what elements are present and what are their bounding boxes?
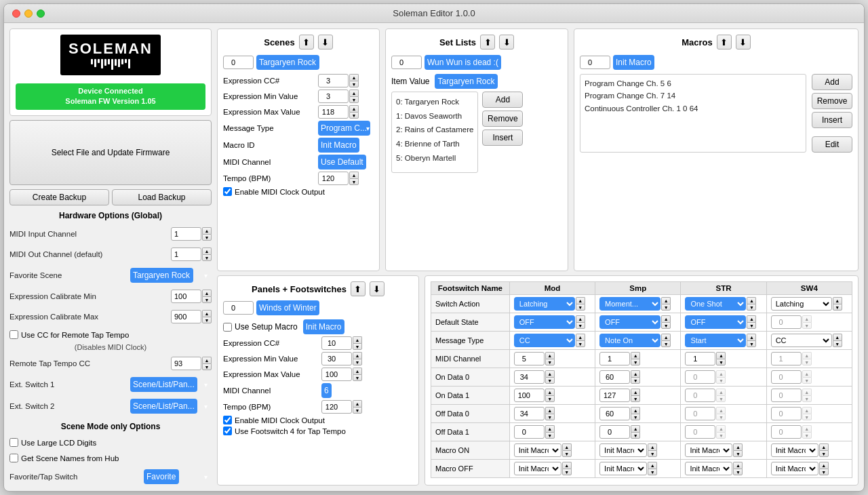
expression-calibrate-min-input[interactable] [171,290,201,303]
pf-export-icon[interactable]: ⬇ [370,281,384,296]
remote-tap-tempo-input[interactable] [171,357,201,370]
create-backup-button[interactable]: Create Backup [9,189,109,205]
setlist-insert-button[interactable]: Insert [482,130,523,146]
midi-input-channel-spinner[interactable]: ▲ ▼ [202,227,212,241]
ext-switch-1-select[interactable]: Scene/List/Pan... [130,377,197,392]
midi-out-channel-spinner[interactable]: ▲ ▼ [202,248,212,261]
smp-macro-off-select[interactable]: Init Macro [599,462,647,475]
pf-expression-min-input[interactable] [321,352,352,365]
mod-off-data1-input[interactable] [514,425,545,439]
midi-out-channel-control[interactable]: ▲ ▼ [171,248,212,261]
scenes-import-icon[interactable]: ⬆ [299,35,314,50]
scene-enable-midi-clock-checkbox[interactable] [223,187,232,196]
str-switch-action-select[interactable]: One Shot [685,297,746,311]
maximize-button[interactable] [37,9,45,18]
select-firmware-button[interactable]: Select File and Update Firmware [9,120,212,185]
mod-message-type-select[interactable]: CC [514,334,575,347]
scenes-export-icon[interactable]: ⬇ [318,35,333,50]
use-setup-macro-checkbox[interactable] [223,323,232,332]
smp-midi-channel-input[interactable] [599,352,630,365]
macros-number-input[interactable] [580,56,610,69]
str-midi-channel-input[interactable] [685,352,715,365]
scene-tempo-input[interactable] [318,172,349,185]
expression-calibrate-max-input[interactable] [171,310,201,323]
macros-remove-button[interactable]: Remove [812,93,852,109]
midi-out-channel-up[interactable]: ▲ [202,248,212,254]
midi-input-channel-up[interactable]: ▲ [202,227,212,234]
macros-name-select[interactable]: Init Macro [613,55,654,70]
sw4-message-type-select[interactable]: CC [771,334,832,347]
str-macro-on-select[interactable]: Init Macro [685,443,732,457]
pf-expression-max-input[interactable] [321,368,352,381]
setlists-import-icon[interactable]: ⬆ [480,35,495,50]
pf-number-input[interactable] [223,301,254,315]
setlists-number-input[interactable] [391,56,422,69]
favorite-scene-select[interactable]: Targaryen Rock [130,268,193,283]
traffic-lights[interactable] [12,9,45,18]
scenes-number-input[interactable] [223,56,254,69]
pf-import-icon[interactable]: ⬆ [351,281,366,296]
mod-default-state-select[interactable]: OFF [514,315,575,329]
pf-use-footswitch-4-checkbox[interactable] [223,427,232,435]
mod-on-data1-input[interactable] [514,389,545,402]
expression-calibrate-max-control[interactable]: ▲ ▼ [171,310,212,323]
remote-tap-tempo-control[interactable]: ▲ ▼ [171,357,212,370]
macros-add-button[interactable]: Add [812,74,852,90]
pf-midi-channel-select[interactable]: 6 [321,383,332,398]
favorite-scene-dropdown-wrap[interactable]: Targaryen Rock [130,268,212,283]
load-backup-button[interactable]: Load Backup [112,189,212,205]
macros-insert-button[interactable]: Insert [812,112,852,128]
pf-name-select[interactable]: Winds of Winter [256,300,319,315]
smp-default-state-select[interactable]: OFF [599,315,660,329]
sw4-macro-on-select[interactable]: Init Macro [771,443,818,457]
smp-off-data0-input[interactable] [599,407,630,420]
str-macro-off-select[interactable]: Init Macro [685,462,732,475]
scene-midi-channel-select[interactable]: Use Default [318,155,366,170]
ext-switch-2-select[interactable]: Scene/List/Pan... [130,399,197,414]
macros-export-icon[interactable]: ⬇ [736,35,751,50]
sw4-switch-action-select[interactable]: Latching [771,297,832,311]
favorite-tap-switch-select[interactable]: Favorite [144,469,179,484]
scene-expression-min-input[interactable] [318,90,349,103]
scene-message-type-select[interactable]: Program C... [318,121,370,136]
pf-expression-cc-input[interactable] [321,336,352,350]
exp-cal-max-down[interactable]: ▼ [202,317,212,323]
item-value-select[interactable]: Targaryen Rock [435,74,498,89]
mod-off-data0-input[interactable] [514,407,545,420]
exp-cal-min-down[interactable]: ▼ [202,296,212,303]
use-cc-tap-tempo-checkbox[interactable] [9,330,18,339]
str-default-state-select[interactable]: OFF [685,315,746,329]
mod-midi-channel-input[interactable] [514,352,545,365]
str-message-type-select[interactable]: Start [685,334,746,347]
midi-out-channel-down[interactable]: ▼ [202,254,212,261]
smp-macro-on-select[interactable]: Init Macro [599,443,647,457]
exp-cal-max-up[interactable]: ▲ [202,310,212,317]
midi-out-channel-input[interactable] [171,248,201,261]
midi-input-channel-input[interactable] [171,227,201,241]
scenes-name-select[interactable]: Targaryen Rock [256,55,319,70]
exp-cal-min-up[interactable]: ▲ [202,290,212,296]
smp-switch-action-select[interactable]: Moment... [599,297,660,311]
setlists-name-select[interactable]: Wun Wun is dead :( [425,55,501,70]
get-scene-names-checkbox[interactable] [9,454,18,462]
use-large-lcd-checkbox[interactable] [9,438,18,447]
scene-expression-cc-input[interactable] [318,74,349,87]
macros-import-icon[interactable]: ⬆ [717,35,732,50]
macros-edit-button[interactable]: Edit [812,136,852,153]
smp-off-data1-input[interactable] [599,425,630,439]
pf-enable-midi-clock-checkbox[interactable] [223,416,232,424]
smp-message-type-select[interactable]: Note On [599,334,660,347]
midi-input-channel-control[interactable]: ▲ ▼ [171,227,212,241]
setlists-export-icon[interactable]: ⬇ [499,35,514,50]
pf-tempo-input[interactable] [321,400,352,414]
expression-calibrate-min-control[interactable]: ▲ ▼ [171,290,212,303]
smp-on-data1-input[interactable] [599,389,630,402]
setlist-remove-button[interactable]: Remove [482,111,523,127]
remote-tap-up[interactable]: ▲ [202,357,212,363]
smp-on-data0-input[interactable] [599,370,630,384]
mod-macro-on-select[interactable]: Init Macro [514,443,561,457]
sw4-macro-off-select[interactable]: Init Macro [771,462,818,475]
minimize-button[interactable] [24,9,33,18]
setlist-add-button[interactable]: Add [482,92,523,108]
setup-macro-select[interactable]: Init Macro [303,319,344,334]
